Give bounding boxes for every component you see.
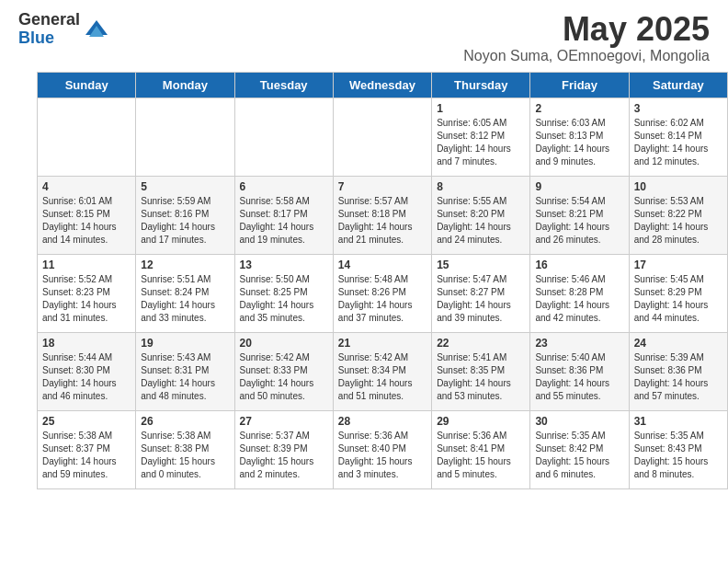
day-number: 13 [240,259,328,271]
day-number: 2 [535,102,623,115]
day-info: Sunrise: 5:44 AM Sunset: 8:30 PM Dayligh… [42,351,131,403]
day-info: Sunrise: 5:54 AM Sunset: 8:21 PM Dayligh… [535,195,623,247]
day-number: 15 [437,259,525,271]
weekday-header: Sunday [38,72,136,98]
day-number: 31 [634,415,722,428]
calendar-cell: 3Sunrise: 6:02 AM Sunset: 8:14 PM Daylig… [629,98,727,176]
calendar-cell: 30Sunrise: 5:35 AM Sunset: 8:42 PM Dayli… [530,410,629,488]
day-info: Sunrise: 5:59 AM Sunset: 8:16 PM Dayligh… [141,195,229,247]
day-info: Sunrise: 5:46 AM Sunset: 8:28 PM Dayligh… [535,273,623,325]
logo-blue: Blue [18,29,80,48]
day-number: 14 [338,259,427,271]
month-title: May 2025 [463,11,710,48]
calendar-cell: 19Sunrise: 5:43 AM Sunset: 8:31 PM Dayli… [136,332,234,410]
day-info: Sunrise: 5:50 AM Sunset: 8:25 PM Dayligh… [240,273,328,325]
calendar-cell: 14Sunrise: 5:48 AM Sunset: 8:26 PM Dayli… [333,254,431,332]
day-info: Sunrise: 5:42 AM Sunset: 8:33 PM Dayligh… [240,351,328,403]
calendar-week-row: 25Sunrise: 5:38 AM Sunset: 8:37 PM Dayli… [38,410,728,488]
day-info: Sunrise: 5:55 AM Sunset: 8:20 PM Dayligh… [437,195,525,247]
day-number: 26 [141,415,229,428]
logo-icon [84,17,109,42]
day-info: Sunrise: 6:02 AM Sunset: 8:14 PM Dayligh… [634,117,722,168]
weekday-header: Monday [136,72,234,98]
logo-general: General [18,11,80,29]
location: Noyon Suma, OEmnoegovi, Mongolia [463,48,710,64]
title-block: May 2025 Noyon Suma, OEmnoegovi, Mongoli… [463,11,710,64]
day-info: Sunrise: 5:37 AM Sunset: 8:39 PM Dayligh… [240,430,328,481]
calendar-table: SundayMondayTuesdayWednesdayThursdayFrid… [37,72,728,489]
calendar-cell: 29Sunrise: 5:36 AM Sunset: 8:41 PM Dayli… [432,410,530,488]
calendar-cell [234,98,333,176]
calendar-cell: 10Sunrise: 5:53 AM Sunset: 8:22 PM Dayli… [629,176,727,254]
calendar-cell: 23Sunrise: 5:40 AM Sunset: 8:36 PM Dayli… [530,332,629,410]
day-number: 8 [437,180,525,193]
day-info: Sunrise: 5:57 AM Sunset: 8:18 PM Dayligh… [338,195,427,247]
day-number: 21 [338,337,427,350]
calendar-body: 1Sunrise: 6:05 AM Sunset: 8:12 PM Daylig… [38,98,728,488]
day-number: 4 [42,180,131,193]
page-container: General Blue May 2025 Noyon Suma, OEmnoe… [0,0,728,489]
day-number: 19 [141,337,229,350]
calendar-cell: 11Sunrise: 5:52 AM Sunset: 8:23 PM Dayli… [38,254,136,332]
day-number: 11 [42,259,131,271]
day-number: 22 [437,337,525,350]
day-number: 30 [535,415,623,428]
day-info: Sunrise: 5:40 AM Sunset: 8:36 PM Dayligh… [535,351,623,403]
calendar-week-row: 11Sunrise: 5:52 AM Sunset: 8:23 PM Dayli… [38,254,728,332]
calendar-cell: 24Sunrise: 5:39 AM Sunset: 8:36 PM Dayli… [629,332,727,410]
weekday-header-row: SundayMondayTuesdayWednesdayThursdayFrid… [38,72,728,98]
calendar-header: SundayMondayTuesdayWednesdayThursdayFrid… [38,72,728,98]
calendar-cell: 17Sunrise: 5:45 AM Sunset: 8:29 PM Dayli… [629,254,727,332]
calendar-cell: 13Sunrise: 5:50 AM Sunset: 8:25 PM Dayli… [234,254,333,332]
logo: General Blue [18,11,109,48]
calendar-cell: 8Sunrise: 5:55 AM Sunset: 8:20 PM Daylig… [432,176,530,254]
day-info: Sunrise: 5:48 AM Sunset: 8:26 PM Dayligh… [338,273,427,325]
day-info: Sunrise: 5:38 AM Sunset: 8:37 PM Dayligh… [42,430,131,481]
day-number: 25 [42,415,131,428]
day-info: Sunrise: 5:35 AM Sunset: 8:42 PM Dayligh… [535,430,623,481]
day-info: Sunrise: 5:51 AM Sunset: 8:24 PM Dayligh… [141,273,229,325]
day-info: Sunrise: 5:35 AM Sunset: 8:43 PM Dayligh… [634,430,722,481]
day-number: 17 [634,259,722,271]
calendar-cell: 6Sunrise: 5:58 AM Sunset: 8:17 PM Daylig… [234,176,333,254]
day-number: 16 [535,259,623,271]
day-number: 18 [42,337,131,350]
calendar-cell: 12Sunrise: 5:51 AM Sunset: 8:24 PM Dayli… [136,254,234,332]
day-number: 24 [634,337,722,350]
calendar-cell: 27Sunrise: 5:37 AM Sunset: 8:39 PM Dayli… [234,410,333,488]
calendar-cell: 25Sunrise: 5:38 AM Sunset: 8:37 PM Dayli… [38,410,136,488]
day-info: Sunrise: 5:43 AM Sunset: 8:31 PM Dayligh… [141,351,229,403]
day-number: 28 [338,415,427,428]
day-number: 3 [634,102,722,115]
weekday-header: Wednesday [333,72,431,98]
day-info: Sunrise: 5:39 AM Sunset: 8:36 PM Dayligh… [634,351,722,403]
day-number: 5 [141,180,229,193]
calendar-cell: 4Sunrise: 6:01 AM Sunset: 8:15 PM Daylig… [38,176,136,254]
calendar-cell: 5Sunrise: 5:59 AM Sunset: 8:16 PM Daylig… [136,176,234,254]
weekday-header: Saturday [629,72,727,98]
day-info: Sunrise: 5:53 AM Sunset: 8:22 PM Dayligh… [634,195,722,247]
calendar-cell: 15Sunrise: 5:47 AM Sunset: 8:27 PM Dayli… [432,254,530,332]
day-number: 29 [437,415,525,428]
calendar-cell: 9Sunrise: 5:54 AM Sunset: 8:21 PM Daylig… [530,176,629,254]
calendar-cell: 7Sunrise: 5:57 AM Sunset: 8:18 PM Daylig… [333,176,431,254]
logo-text: General Blue [18,11,80,48]
calendar-wrapper: SundayMondayTuesdayWednesdayThursdayFrid… [0,72,728,489]
day-number: 23 [535,337,623,350]
day-info: Sunrise: 6:05 AM Sunset: 8:12 PM Dayligh… [437,117,525,168]
header: General Blue May 2025 Noyon Suma, OEmnoe… [0,0,728,72]
calendar-week-row: 4Sunrise: 6:01 AM Sunset: 8:15 PM Daylig… [38,176,728,254]
calendar-cell: 18Sunrise: 5:44 AM Sunset: 8:30 PM Dayli… [38,332,136,410]
day-number: 9 [535,180,623,193]
day-number: 7 [338,180,427,193]
day-info: Sunrise: 5:38 AM Sunset: 8:38 PM Dayligh… [141,430,229,481]
day-info: Sunrise: 6:01 AM Sunset: 8:15 PM Dayligh… [42,195,131,247]
weekday-header: Tuesday [234,72,333,98]
calendar-cell: 1Sunrise: 6:05 AM Sunset: 8:12 PM Daylig… [432,98,530,176]
calendar-cell: 22Sunrise: 5:41 AM Sunset: 8:35 PM Dayli… [432,332,530,410]
day-info: Sunrise: 6:03 AM Sunset: 8:13 PM Dayligh… [535,117,623,168]
calendar-cell: 20Sunrise: 5:42 AM Sunset: 8:33 PM Dayli… [234,332,333,410]
weekday-header: Thursday [432,72,530,98]
calendar-cell [38,98,136,176]
day-info: Sunrise: 5:42 AM Sunset: 8:34 PM Dayligh… [338,351,427,403]
